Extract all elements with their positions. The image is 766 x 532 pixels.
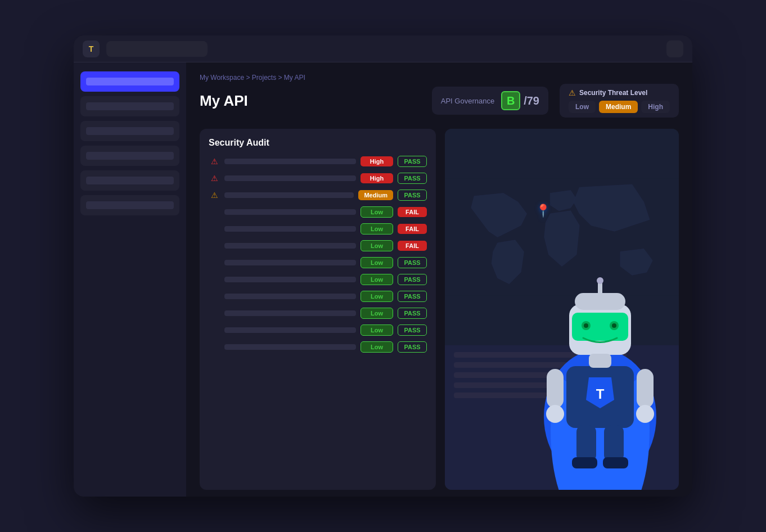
- world-map: 📍: [445, 129, 679, 345]
- result-badge-pass: PASS: [398, 324, 427, 336]
- audit-bar: [224, 226, 356, 232]
- severity-badge-low: Low: [361, 223, 393, 235]
- audit-row: Low PASS: [209, 308, 427, 319]
- sidebar-item-2[interactable]: [80, 121, 179, 141]
- info-line-3: [454, 372, 605, 378]
- user-avatar[interactable]: [666, 40, 683, 57]
- map-info-panel: [445, 345, 679, 490]
- audit-title: Security Audit: [209, 138, 427, 148]
- severity-badge-low: Low: [361, 240, 393, 251]
- warning-red-icon: ⚠: [209, 174, 220, 183]
- audit-bar: [224, 344, 356, 350]
- score-number: /79: [524, 94, 539, 107]
- api-governance-score: B /79: [501, 91, 539, 110]
- world-map-svg: [445, 129, 679, 345]
- severity-badge-high: High: [361, 173, 393, 183]
- audit-bar: [224, 209, 356, 215]
- result-badge-pass: PASS: [398, 173, 427, 184]
- result-badge-pass: PASS: [398, 291, 427, 302]
- threat-title: Security Threat Level: [579, 89, 647, 97]
- audit-row: ⚠ High PASS: [209, 156, 427, 167]
- severity-badge-low: Low: [361, 274, 393, 285]
- info-line-1: [454, 352, 627, 358]
- sidebar-item-5[interactable]: [80, 195, 179, 215]
- info-line-4: [454, 382, 562, 388]
- audit-bar: [224, 260, 356, 265]
- audit-bar: [224, 277, 356, 282]
- warning-orange-icon: ⚠: [209, 191, 220, 200]
- result-badge-fail: FAIL: [398, 224, 427, 234]
- audit-row: ⚠ High PASS: [209, 173, 427, 184]
- audit-row: Low FAIL: [209, 206, 427, 218]
- two-col-layout: Security Audit ⚠ High PASS ⚠ High PASS: [200, 129, 679, 490]
- result-badge-fail: FAIL: [398, 207, 427, 217]
- result-badge-pass: PASS: [398, 274, 427, 285]
- result-badge-pass: PASS: [398, 341, 427, 353]
- audit-bar: [224, 175, 356, 181]
- threat-low-button[interactable]: Low: [569, 101, 596, 113]
- api-governance-widget: API Governance B /79: [432, 87, 548, 115]
- audit-row: Low FAIL: [209, 240, 427, 251]
- sidebar-item-4[interactable]: [80, 170, 179, 191]
- result-badge-pass: PASS: [398, 308, 427, 319]
- search-bar[interactable]: [106, 41, 208, 57]
- audit-bar: [224, 294, 356, 299]
- map-panel: 📍: [445, 129, 679, 490]
- threat-header: ⚠ Security Threat Level: [569, 88, 670, 97]
- audit-bar: [224, 243, 356, 249]
- warning-red-icon: ⚠: [209, 157, 220, 166]
- audit-row: Low PASS: [209, 274, 427, 285]
- result-badge-pass: PASS: [398, 190, 427, 201]
- threat-level-widget: ⚠ Security Threat Level Low Medium High: [560, 84, 679, 118]
- sidebar-item-1[interactable]: [80, 96, 179, 116]
- sidebar: [74, 62, 186, 497]
- severity-badge-low: Low: [361, 257, 393, 268]
- severity-badge-low: Low: [361, 324, 393, 336]
- severity-badge-low: Low: [361, 206, 393, 218]
- grade-badge: B: [501, 91, 520, 110]
- sidebar-item-0[interactable]: [80, 71, 179, 92]
- threat-buttons: Low Medium High: [569, 101, 670, 113]
- content-area: My Workspace > Projects > My API My API …: [186, 62, 692, 497]
- app-logo: T: [83, 40, 100, 57]
- audit-bar: [224, 327, 356, 333]
- audit-bar: [224, 192, 354, 198]
- threat-warning-icon: ⚠: [569, 88, 576, 97]
- result-badge-fail: FAIL: [398, 241, 427, 251]
- severity-badge-low: Low: [361, 341, 393, 353]
- result-badge-pass: PASS: [398, 257, 427, 268]
- audit-row: ⚠ Medium PASS: [209, 190, 427, 201]
- severity-badge-low: Low: [361, 308, 393, 319]
- threat-high-button[interactable]: High: [641, 101, 670, 113]
- screen-wrapper: T: [74, 35, 692, 497]
- map-location-pin: 📍: [535, 204, 551, 218]
- api-governance-label: API Governance: [441, 97, 494, 105]
- severity-badge-medium: Medium: [358, 190, 393, 200]
- security-audit-panel: Security Audit ⚠ High PASS ⚠ High PASS: [200, 129, 436, 490]
- breadcrumb: My Workspace > Projects > My API: [200, 74, 679, 82]
- info-line-5: [454, 393, 583, 398]
- severity-badge-high: High: [361, 156, 393, 166]
- audit-row: Low PASS: [209, 257, 427, 268]
- main-layout: My Workspace > Projects > My API My API …: [74, 62, 692, 497]
- audit-row: Low PASS: [209, 341, 427, 353]
- info-line-2: [454, 362, 594, 368]
- audit-row: Low FAIL: [209, 223, 427, 235]
- threat-medium-button[interactable]: Medium: [599, 101, 638, 113]
- severity-badge-low: Low: [361, 291, 393, 302]
- audit-row: Low PASS: [209, 291, 427, 302]
- top-bar: T: [74, 35, 692, 62]
- sidebar-item-3[interactable]: [80, 146, 179, 166]
- page-header: My API API Governance B /79 ⚠ Security T…: [200, 84, 679, 118]
- audit-bar: [224, 159, 356, 164]
- result-badge-pass: PASS: [398, 156, 427, 167]
- audit-row: Low PASS: [209, 324, 427, 336]
- audit-bar: [224, 310, 356, 316]
- page-title: My API: [200, 92, 421, 110]
